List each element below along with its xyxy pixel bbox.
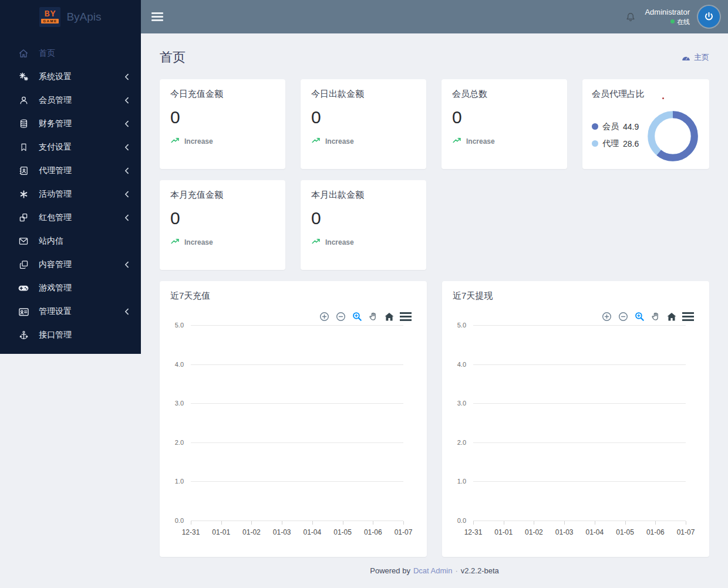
zoom-in-icon[interactable] xyxy=(601,311,612,322)
stat-card-trend: Increase xyxy=(170,136,275,146)
trend-label: Increase xyxy=(325,238,354,246)
footer-brand-link[interactable]: Dcat Admin xyxy=(413,566,452,575)
chart-toolbar xyxy=(319,311,412,322)
chart-title: 近7天提现 xyxy=(453,290,699,302)
sidebar-item[interactable]: 接口管理 xyxy=(0,323,141,347)
breadcrumb[interactable]: 主页 xyxy=(682,52,709,63)
x-tick-label: 01-05 xyxy=(333,528,352,536)
x-tick-label: 01-04 xyxy=(303,528,321,536)
gridline: 4.0 xyxy=(191,364,403,365)
x-tick-label: 01-01 xyxy=(494,528,513,536)
y-tick-label: 4.0 xyxy=(175,361,184,368)
x-tick xyxy=(655,521,656,525)
sidebar-menu: 首页 系统设置 会员管理 财务管理 支付设置 代理管理 xyxy=(0,33,141,349)
x-tick xyxy=(312,521,313,525)
y-tick-label: 4.0 xyxy=(457,361,466,368)
gridline: 5.0 xyxy=(473,325,686,326)
pan-icon[interactable] xyxy=(368,311,379,322)
x-tick xyxy=(504,521,504,525)
x-tick-label: 01-02 xyxy=(525,528,543,536)
y-tick-label: 5.0 xyxy=(175,322,184,329)
sidebar-item[interactable]: 系统设置 xyxy=(0,65,141,89)
sidebar-item-label: 游戏管理 xyxy=(39,283,72,293)
page-header: 首页 主页 xyxy=(160,49,709,66)
footer-powered-by: Powered by xyxy=(370,566,410,575)
x-tick xyxy=(251,521,252,525)
chevron-left-icon xyxy=(124,73,129,80)
selection-zoom-icon[interactable] xyxy=(634,311,645,322)
menu-icon[interactable] xyxy=(400,312,412,321)
x-tick xyxy=(473,521,474,525)
x-tick-label: 01-07 xyxy=(677,528,695,536)
footer-separator: · xyxy=(455,566,457,575)
sidebar-item[interactable]: 游戏管理 xyxy=(0,276,141,300)
trend-up-icon xyxy=(311,136,321,146)
bell-icon[interactable] xyxy=(625,11,636,23)
id-card-icon xyxy=(18,307,29,317)
zoom-out-icon[interactable] xyxy=(335,311,346,322)
home-icon[interactable] xyxy=(384,312,395,322)
stat-card-title: 今日充值金额 xyxy=(170,89,275,100)
x-tick xyxy=(191,521,191,525)
user-menu[interactable]: Administrator 在线 xyxy=(645,8,690,26)
y-tick-label: 1.0 xyxy=(457,478,466,485)
chevron-left-icon xyxy=(124,97,129,104)
sidebar-item[interactable]: 首页 xyxy=(0,42,141,65)
avatar[interactable] xyxy=(698,6,720,28)
stat-card-value: 0 xyxy=(311,208,416,228)
bookmark-icon xyxy=(18,142,29,153)
chevron-left-icon xyxy=(124,144,129,151)
x-axis: 12-31 01-01 01-02 01-03 01-04 01-05 01-0… xyxy=(191,521,403,521)
stat-card-trend: Increase xyxy=(311,237,416,247)
sidebar-item[interactable]: 红包管理 xyxy=(0,206,141,229)
sidebar: BY GAME ByApis 首页 系统设置 会员管理 财务管理 xyxy=(0,0,141,354)
trend-up-icon xyxy=(311,237,321,247)
user-status: 在线 xyxy=(645,18,690,26)
line-chart-card: 近7天充值 5.0 4.0 3.0 2.0 1.0 0.0 12-31 01-0… xyxy=(160,281,427,557)
stat-card: 会员总数 0 Increase xyxy=(441,79,567,169)
selection-zoom-icon[interactable] xyxy=(352,311,363,322)
stat-card-value: 0 xyxy=(170,208,275,228)
brand-logo-subtext: GAME xyxy=(41,19,59,23)
trend-label: Increase xyxy=(184,238,213,246)
chart-plot-area: 5.0 4.0 3.0 2.0 1.0 0.0 12-31 01-01 01-0… xyxy=(473,325,686,521)
legend-dot-icon xyxy=(592,140,598,147)
x-tick-label: 01-06 xyxy=(364,528,382,536)
sidebar-item[interactable]: 站内信 xyxy=(0,229,141,253)
gridline: 2.0 xyxy=(473,442,686,443)
y-tick-label: 0.0 xyxy=(457,517,466,524)
x-tick-label: 01-01 xyxy=(212,528,230,536)
sidebar-item[interactable]: 活动管理 xyxy=(0,183,141,206)
zoom-out-icon[interactable] xyxy=(618,311,629,322)
sidebar-item[interactable]: 内容管理 xyxy=(0,253,141,276)
sidebar-item[interactable]: 代理管理 xyxy=(0,159,141,183)
stat-card-value: 0 xyxy=(170,107,275,127)
gears-icon xyxy=(18,72,29,82)
x-tick xyxy=(343,521,343,525)
sidebar-item[interactable]: 财务管理 xyxy=(0,112,141,136)
gridline: 3.0 xyxy=(473,403,686,404)
brand[interactable]: BY GAME ByApis xyxy=(0,0,141,33)
chart-plot-area: 5.0 4.0 3.0 2.0 1.0 0.0 12-31 01-01 01-0… xyxy=(191,325,403,521)
address-book-icon xyxy=(18,165,29,176)
x-tick-label: 01-02 xyxy=(242,528,261,536)
stat-card-trend: Increase xyxy=(452,136,557,146)
legend-item-agents: 代理 28.6 xyxy=(592,138,646,149)
pan-icon[interactable] xyxy=(651,311,661,322)
gridline: 5.0 xyxy=(191,325,403,326)
home-icon[interactable] xyxy=(666,312,677,322)
x-tick-label: 01-07 xyxy=(395,528,413,536)
sidebar-item[interactable]: 管理设置 xyxy=(0,300,141,323)
zoom-in-icon[interactable] xyxy=(319,311,330,322)
gridline: 2.0 xyxy=(191,442,403,443)
chevron-left-icon xyxy=(124,120,129,127)
navbar-right: Administrator 在线 xyxy=(625,6,720,28)
online-dot-icon xyxy=(670,19,675,23)
sidebar-item[interactable]: 会员管理 xyxy=(0,89,141,112)
sidebar-item-label: 管理设置 xyxy=(39,306,72,317)
menu-icon[interactable] xyxy=(682,312,694,321)
sidebar-item[interactable]: 支付设置 xyxy=(0,136,141,159)
user-name: Administrator xyxy=(645,8,690,18)
sidebar-toggle-icon[interactable] xyxy=(151,12,163,21)
sidebar-item-label: 站内信 xyxy=(39,236,63,246)
